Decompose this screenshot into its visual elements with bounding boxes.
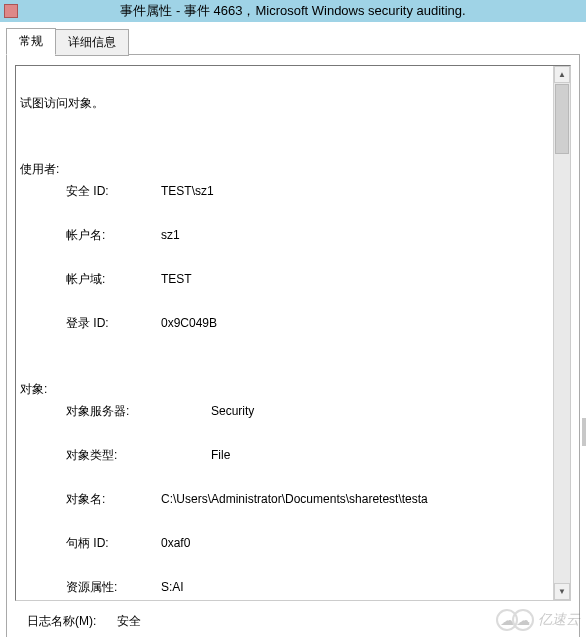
tab-general-label: 常规	[19, 34, 43, 48]
handle-id-label: 句柄 ID:	[66, 532, 161, 554]
object-section-title: 对象:	[20, 382, 47, 396]
event-details-text[interactable]: 试图访问对象。 使用者: 安全 ID:TEST\sz1 帐户名:sz1 帐户域:…	[20, 70, 551, 600]
log-name-row: 日志名称(M): 安全	[27, 613, 571, 630]
event-details-pane: 试图访问对象。 使用者: 安全 ID:TEST\sz1 帐户名:sz1 帐户域:…	[15, 65, 571, 601]
tab-details[interactable]: 详细信息	[55, 29, 129, 56]
log-name-value: 安全	[117, 613, 141, 630]
account-domain-label: 帐户域:	[66, 268, 161, 290]
window-title-bar: 事件属性 - 事件 4663，Microsoft Windows securit…	[0, 0, 586, 22]
account-domain-value: TEST	[161, 268, 551, 290]
scroll-down-button[interactable]: ▼	[554, 583, 570, 600]
object-server-value: Security	[211, 400, 551, 422]
window-right-gutter	[582, 418, 586, 446]
handle-id-value: 0xaf0	[161, 532, 551, 554]
account-name-label: 帐户名:	[66, 224, 161, 246]
object-name-label: 对象名:	[66, 488, 161, 510]
tab-page-general: 试图访问对象。 使用者: 安全 ID:TEST\sz1 帐户名:sz1 帐户域:…	[6, 54, 580, 637]
security-id-value: TEST\sz1	[161, 180, 551, 202]
window-title: 事件属性 - 事件 4663，Microsoft Windows securit…	[120, 0, 465, 22]
logon-id-value: 0x9C049B	[161, 312, 551, 334]
tab-general[interactable]: 常规	[6, 28, 56, 55]
log-name-label: 日志名称(M):	[27, 613, 117, 630]
event-headline: 试图访问对象。	[20, 96, 104, 110]
scroll-thumb[interactable]	[555, 84, 569, 154]
resource-attr-label: 资源属性:	[66, 576, 161, 598]
app-icon	[4, 4, 18, 18]
tab-strip: 常规 详细信息	[6, 28, 586, 55]
user-section-title: 使用者:	[20, 162, 59, 176]
object-name-value: C:\Users\Administrator\Documents\sharete…	[161, 488, 551, 510]
details-scrollbar[interactable]: ▲ ▼	[553, 66, 570, 600]
tab-details-label: 详细信息	[68, 35, 116, 49]
logon-id-label: 登录 ID:	[66, 312, 161, 334]
security-id-label: 安全 ID:	[66, 180, 161, 202]
scroll-up-button[interactable]: ▲	[554, 66, 570, 83]
resource-attr-value: S:AI	[161, 576, 551, 598]
object-type-value: File	[211, 444, 551, 466]
object-type-label: 对象类型:	[66, 444, 211, 466]
object-server-label: 对象服务器:	[66, 400, 211, 422]
account-name-value: sz1	[161, 224, 551, 246]
